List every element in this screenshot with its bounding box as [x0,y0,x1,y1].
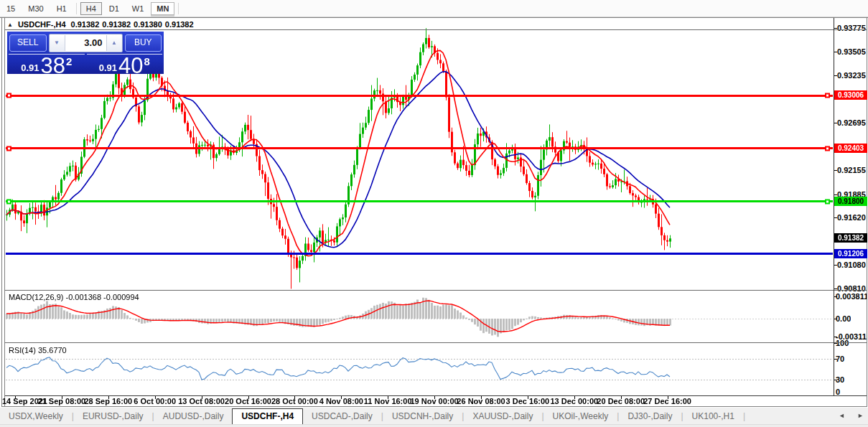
price-badge: 0.91206 [834,249,867,258]
buy-price-prefix: 0.91 [99,62,117,73]
buy-button[interactable]: BUY [125,34,162,52]
line-handle-right[interactable] [825,146,830,151]
volume-input[interactable] [65,35,106,51]
sell-price-prefix: 0.91 [21,62,39,73]
volume-stepper: ▼ ▲ [49,34,123,52]
x-axis-label: 27 Dec 16:00 [638,397,698,405]
price-badge: 0.92403 [834,144,867,153]
tabs-scroll-right-icon[interactable]: ► [857,412,864,419]
volume-decrease-icon[interactable]: ▼ [50,35,65,51]
sell-price-display[interactable]: 0.91 38 2 [9,54,85,76]
tabs-scroll-left-icon[interactable]: ◄ [839,412,845,419]
sell-price-pips: 38 [40,56,65,76]
rsi-label: RSI(14) 35.6770 [9,346,67,355]
sell-button[interactable]: SELL [9,34,47,52]
mt4-window: 15M30H1H4D1W1MN ▲ USDCHF-,H4 0.91382 0.9… [0,0,868,427]
line-handle-right[interactable] [825,199,830,204]
horizontal-line-object[interactable] [6,147,833,149]
toolbar-separator [76,3,77,14]
chart-window-border-top [0,17,868,18]
buy-price-pips: 40 [118,56,143,76]
splitter-main-macd[interactable] [5,290,867,291]
line-handle-left[interactable] [6,199,11,204]
volume-increase-icon[interactable]: ▲ [106,35,122,51]
line-handle-left[interactable] [6,93,11,98]
buy-price-point: 8 [144,55,149,67]
x-axis-line [5,395,867,396]
horizontal-line-object[interactable] [6,253,833,255]
timeframe-button-15[interactable]: 15 [1,2,21,15]
timeframe-toolbar: 15M30H1H4D1W1MN [0,0,868,17]
buy-price-display[interactable]: 0.91 40 8 [87,54,163,76]
toolbar-separator [178,3,179,14]
timeframe-button-m30[interactable]: M30 [22,2,49,15]
macd-label: MACD(12,26,9) -0.001368 -0.000994 [9,293,139,301]
horizontal-line-object[interactable] [6,95,833,97]
horizontal-line-object[interactable] [6,200,833,202]
header-divider [5,29,867,30]
sell-price-point: 2 [66,55,72,67]
chart-window-border-left-outer [1,17,2,407]
price-badge: 0.93006 [834,90,867,100]
timeframe-button-d1[interactable]: D1 [103,2,125,15]
price-badge: 0.91382 [834,233,867,243]
splitter-macd-rsi[interactable] [5,342,867,343]
y-axis-line [834,18,834,395]
line-handle-left[interactable] [6,146,11,151]
chart-window-border-bottom [1,406,867,407]
timeframe-button-w1[interactable]: W1 [126,2,150,15]
line-handle-right[interactable] [825,93,830,98]
timeframe-button-h4[interactable]: H4 [80,2,102,15]
timeframe-button-mn[interactable]: MN [151,2,174,15]
chart-window-border-left-inner [4,17,5,407]
price-badge: 0.91800 [834,197,867,206]
timeframe-button-h1[interactable]: H1 [51,2,73,15]
one-click-trading-panel: SELL ▼ ▲ BUY 0.91 38 2 0.91 40 8 [7,32,164,74]
chart-window-border-right [867,17,867,407]
